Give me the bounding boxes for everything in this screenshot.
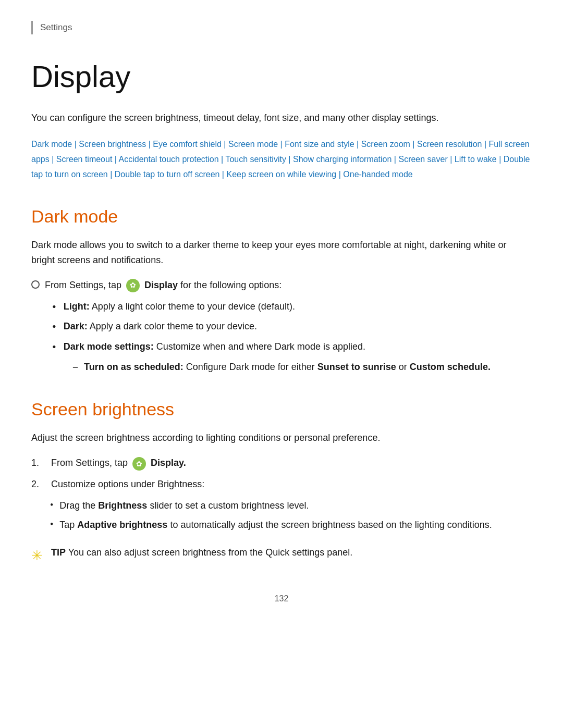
nav-link-screen-resolution[interactable]: Screen resolution bbox=[417, 140, 482, 149]
nav-link-double-tap-off[interactable]: Double tap to turn off screen bbox=[115, 170, 220, 179]
nav-link-keep-screen-on[interactable]: Keep screen on while viewing bbox=[226, 170, 336, 179]
page-footer: 132 bbox=[31, 593, 532, 606]
dash-item-scheduled: – Turn on as scheduled: Configure Dark m… bbox=[31, 360, 532, 375]
dot-text-dark: Dark: Apply a dark color theme to your d… bbox=[64, 319, 257, 334]
nav-link-screen-saver[interactable]: Screen saver bbox=[398, 155, 447, 164]
dot-item-light: • Light: Apply a light color theme to yo… bbox=[31, 299, 532, 315]
dark-mode-section: Dark mode Dark mode allows you to switch… bbox=[31, 203, 532, 374]
ordered-num-2: 2. bbox=[31, 477, 46, 492]
dark-mode-circle-item: From Settings, tap Display for the follo… bbox=[31, 278, 532, 293]
dash-bullet-scheduled: – bbox=[73, 360, 78, 375]
dot-bullet-dark-mode-settings: • bbox=[52, 339, 56, 355]
nav-links: Dark mode | Screen brightness | Eye comf… bbox=[31, 137, 532, 182]
tip-box: ✳ TIP You can also adjust screen brightn… bbox=[31, 545, 532, 567]
nav-link-eye-comfort[interactable]: Eye comfort shield bbox=[153, 140, 222, 149]
breadcrumb-text: Settings bbox=[40, 22, 72, 32]
ordered-text-2: Customize options under Brightness: bbox=[51, 477, 204, 492]
screen-brightness-title: Screen brightness bbox=[31, 396, 532, 423]
page-number: 132 bbox=[275, 594, 289, 603]
nav-link-screen-mode[interactable]: Screen mode bbox=[228, 140, 278, 149]
dash-text-scheduled: Turn on as scheduled: Configure Dark mod… bbox=[84, 360, 491, 375]
nav-link-screen-brightness[interactable]: Screen brightness bbox=[79, 140, 146, 149]
small-dot-text-2: Tap Adaptive brightness to automatically… bbox=[59, 517, 492, 533]
dark-mode-title: Dark mode bbox=[31, 203, 532, 230]
nav-link-dark-mode[interactable]: Dark mode bbox=[31, 140, 72, 149]
screen-brightness-section: Screen brightness Adjust the screen brig… bbox=[31, 396, 532, 566]
breadcrumb: Settings bbox=[31, 21, 532, 34]
dot-bullet-light: • bbox=[52, 299, 56, 315]
screen-brightness-intro: Adjust the screen brightness according t… bbox=[31, 430, 532, 446]
page-intro: You can configure the screen brightness,… bbox=[31, 110, 532, 126]
small-dot-text-1: Drag the Brightness slider to set a cust… bbox=[59, 498, 309, 513]
nav-link-touch-sensitivity[interactable]: Touch sensitivity bbox=[225, 155, 286, 164]
dot-item-dark-mode-settings: • Dark mode settings: Customize when and… bbox=[31, 339, 532, 355]
dot-text-dark-mode-settings: Dark mode settings: Customize when and w… bbox=[64, 339, 365, 354]
nav-link-one-handed[interactable]: One-handed mode bbox=[343, 170, 412, 179]
nav-link-show-charging[interactable]: Show charging information bbox=[293, 155, 391, 164]
small-dot-1: • bbox=[50, 498, 53, 513]
tip-text: TIP You can also adjust screen brightnes… bbox=[51, 545, 352, 560]
dot-bullet-dark: • bbox=[52, 319, 56, 335]
nav-link-lift-to-wake[interactable]: Lift to wake bbox=[455, 155, 497, 164]
nav-link-accidental-touch[interactable]: Accidental touch protection bbox=[119, 155, 219, 164]
dot-text-light: Light: Apply a light color theme to your… bbox=[64, 299, 295, 314]
ordered-item-1: 1. From Settings, tap Display. bbox=[31, 455, 532, 471]
ordered-item-2: 2. Customize options under Brightness: bbox=[31, 477, 532, 492]
small-dot-2: • bbox=[50, 517, 53, 532]
settings-icon-2 bbox=[132, 457, 146, 471]
nav-link-font-size[interactable]: Font size and style bbox=[285, 140, 354, 149]
dark-mode-intro: Dark mode allows you to switch to a dark… bbox=[31, 238, 532, 268]
page-title: Display bbox=[31, 53, 532, 100]
settings-icon bbox=[126, 279, 140, 292]
brightness-ordered-list: 1. From Settings, tap Display. 2. Custom… bbox=[31, 455, 532, 492]
nav-link-screen-zoom[interactable]: Screen zoom bbox=[361, 140, 410, 149]
dot-item-dark: • Dark: Apply a dark color theme to your… bbox=[31, 319, 532, 335]
nav-link-screen-timeout[interactable]: Screen timeout bbox=[56, 155, 113, 164]
brightness-dot-item-1: • Drag the Brightness slider to set a cu… bbox=[31, 498, 532, 513]
ordered-text-1: From Settings, tap Display. bbox=[51, 455, 186, 471]
brightness-dot-item-2: • Tap Adaptive brightness to automatical… bbox=[31, 517, 532, 533]
circle-bullet-icon bbox=[31, 280, 40, 289]
tip-icon: ✳ bbox=[31, 545, 43, 567]
ordered-num-1: 1. bbox=[31, 455, 46, 471]
dark-mode-from-settings: From Settings, tap Display for the follo… bbox=[45, 278, 282, 293]
